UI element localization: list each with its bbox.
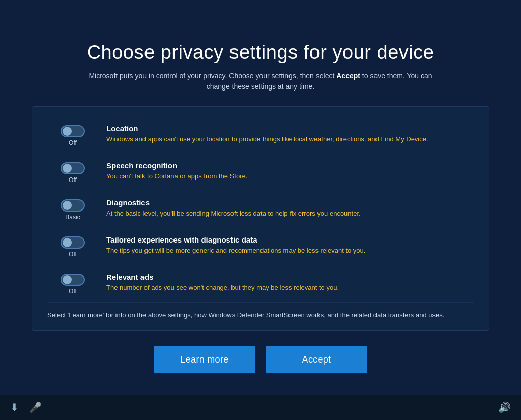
toggle-tailored[interactable]: [61, 236, 85, 249]
subtitle-bold: Accept: [336, 72, 360, 80]
volume-icon[interactable]: 🔊: [498, 401, 511, 413]
toggle-knob-tailored: [63, 238, 72, 247]
toggle-label-speech: Off: [69, 176, 77, 184]
setting-content-speech: Speech recognition You can't talk to Cor…: [106, 161, 474, 181]
setting-content-tailored: Tailored experiences with diagnostic dat…: [106, 235, 474, 255]
toggle-label-diagnostics: Basic: [65, 214, 80, 221]
taskbar: ⬇ 🎤 🔊: [0, 395, 521, 420]
toggle-area-location: Off: [47, 125, 98, 146]
setting-desc-speech: You can't talk to Cortana or apps from t…: [106, 172, 474, 181]
toggle-location[interactable]: [61, 125, 85, 137]
page-subtitle: Microsoft puts you in control of your pr…: [88, 71, 433, 92]
setting-content-location: Location Windows and apps can't use your…: [106, 124, 474, 144]
footer-note: Select 'Learn more' for info on the abov…: [47, 303, 474, 320]
setting-row-ads: Off Relevant ads The number of ads you s…: [47, 265, 474, 303]
setting-content-ads: Relevant ads The number of ads you see w…: [106, 273, 474, 292]
toggle-label-tailored: Off: [69, 251, 77, 258]
toggle-knob-speech: [63, 164, 72, 173]
toggle-area-ads: Off: [47, 274, 98, 295]
toggle-knob-diagnostics: [63, 201, 72, 210]
setting-desc-ads: The number of ads you see won't change, …: [106, 283, 474, 292]
setting-row-tailored: Off Tailored experiences with diagnostic…: [47, 228, 474, 265]
subtitle-text: Microsoft puts you in control of your pr…: [89, 72, 336, 80]
taskbar-left-icons: ⬇ 🎤: [10, 401, 42, 413]
toggle-area-diagnostics: Basic: [47, 199, 98, 221]
button-row: Learn more Accept: [154, 346, 367, 373]
setting-name-ads: Relevant ads: [106, 273, 474, 281]
settings-box: Off Location Windows and apps can't use …: [32, 106, 489, 331]
page-title: Choose privacy settings for your device: [87, 42, 435, 64]
toggle-area-tailored: Off: [47, 236, 98, 258]
toggle-knob-ads: [63, 275, 72, 284]
download-icon[interactable]: ⬇: [10, 401, 19, 413]
setting-row-diagnostics: Basic Diagnostics At the basic level, yo…: [47, 191, 474, 228]
toggle-label-location: Off: [69, 139, 77, 146]
setting-row-location: Off Location Windows and apps can't use …: [47, 117, 474, 154]
setting-desc-tailored: The tips you get will be more generic an…: [106, 246, 474, 255]
setting-desc-location: Windows and apps can't use your location…: [106, 135, 474, 144]
setting-name-diagnostics: Diagnostics: [106, 198, 474, 207]
toggle-area-speech: Off: [47, 162, 98, 184]
toggle-diagnostics[interactable]: [61, 199, 85, 212]
toggle-speech[interactable]: [61, 162, 85, 174]
setting-name-tailored: Tailored experiences with diagnostic dat…: [106, 235, 474, 244]
main-container: Choose privacy settings for your device …: [16, 42, 505, 379]
learn-more-button[interactable]: Learn more: [154, 346, 255, 373]
setting-name-location: Location: [106, 124, 474, 133]
toggle-label-ads: Off: [69, 288, 77, 295]
setting-content-diagnostics: Diagnostics At the basic level, you'll b…: [106, 198, 474, 218]
setting-desc-diagnostics: At the basic level, you'll be sending Mi…: [106, 209, 474, 218]
setting-row-speech: Off Speech recognition You can't talk to…: [47, 154, 474, 191]
accept-button[interactable]: Accept: [266, 346, 367, 373]
toggle-ads[interactable]: [61, 274, 85, 286]
setting-name-speech: Speech recognition: [106, 161, 474, 170]
microphone-icon[interactable]: 🎤: [29, 401, 42, 413]
toggle-knob-location: [63, 127, 72, 136]
